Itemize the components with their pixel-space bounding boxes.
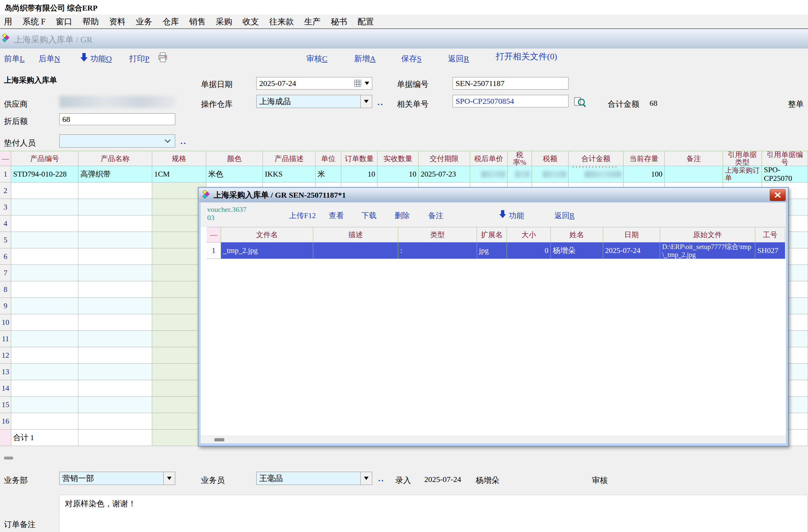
save-button[interactable]: 保存S bbox=[401, 53, 421, 64]
row-number-cell[interactable]: 14 bbox=[0, 380, 11, 397]
grid-header-product-no[interactable]: 产品编号 bbox=[11, 151, 78, 166]
grid-cell[interactable] bbox=[11, 380, 78, 397]
cell-desc[interactable]: IKKS bbox=[263, 166, 315, 183]
row-number-cell[interactable]: 1 bbox=[0, 166, 11, 183]
grid-header-delivery-date[interactable]: 交付期限 bbox=[419, 151, 470, 166]
grid-header-spec[interactable]: 规格 bbox=[152, 151, 206, 166]
dialog-titlebar[interactable]: 上海采购入库单 / GR SEN-25071187*1 bbox=[199, 188, 788, 202]
grid-header-tax-amount[interactable]: 税额 bbox=[532, 151, 569, 166]
grid-cell[interactable] bbox=[11, 265, 78, 281]
grid-cell[interactable] bbox=[11, 347, 78, 364]
grid-cell[interactable] bbox=[78, 413, 152, 429]
doc-date-field[interactable]: 2025-07-24 bbox=[256, 77, 372, 90]
grid-cell[interactable] bbox=[11, 183, 78, 199]
menu-item-secretary[interactable]: 秘书 bbox=[331, 16, 347, 27]
prev-doc-button[interactable]: 前单L bbox=[4, 53, 25, 64]
attach-header-origin[interactable]: 原始文件 bbox=[660, 227, 755, 242]
menu-item-purchase[interactable]: 采购 bbox=[216, 16, 232, 27]
row-number-cell[interactable]: 13 bbox=[0, 364, 11, 380]
grid-cell[interactable] bbox=[11, 413, 78, 429]
dialog-back-button[interactable]: 返回R bbox=[554, 210, 574, 221]
upload-button[interactable]: 上传F12 bbox=[289, 210, 316, 221]
menu-item-sales[interactable]: 销售 bbox=[189, 16, 205, 27]
attach-header-emp-no[interactable]: 工号 bbox=[755, 227, 785, 242]
print-button[interactable]: 打印P bbox=[129, 53, 149, 64]
grid-header-ref-no[interactable]: 引用单据编号 bbox=[762, 151, 808, 166]
grid-cell[interactable] bbox=[78, 183, 152, 199]
view-button[interactable]: 查看 bbox=[329, 210, 344, 221]
menu-item-help[interactable]: 帮助 bbox=[82, 16, 99, 27]
grid-cell[interactable] bbox=[78, 298, 152, 314]
dept-dropdown-button[interactable] bbox=[163, 472, 175, 484]
cell-tax-amount-redacted[interactable] bbox=[532, 166, 569, 183]
grid-cell[interactable] bbox=[78, 364, 152, 380]
row-number-cell[interactable]: 2 bbox=[0, 183, 11, 199]
row-number-cell[interactable]: 11 bbox=[0, 331, 11, 347]
row-number-cell[interactable]: 8 bbox=[0, 281, 11, 298]
grid-header-amount[interactable]: 合计金额 bbox=[569, 151, 624, 166]
grid-header-desc[interactable]: 产品描述 bbox=[263, 151, 315, 166]
dialog-horizontal-scrollbar[interactable] bbox=[201, 436, 786, 443]
menu-item-system[interactable]: 系统 F bbox=[22, 16, 45, 27]
cell-product-no[interactable]: STD794-010-228 bbox=[11, 166, 78, 183]
grid-cell[interactable] bbox=[11, 199, 78, 216]
calendar-icon[interactable] bbox=[354, 80, 361, 87]
attach-header-file-name[interactable]: 文件名 bbox=[221, 227, 313, 242]
cell-color[interactable]: 米色 bbox=[206, 166, 263, 183]
salesman-combobox[interactable]: 王毫品 bbox=[256, 472, 372, 485]
date-dropdown-arrow-icon[interactable] bbox=[365, 82, 369, 85]
cell-stock[interactable]: 100 bbox=[624, 166, 665, 183]
grid-cell[interactable] bbox=[78, 281, 152, 298]
scrollbar-thumb[interactable] bbox=[215, 438, 224, 441]
grid-cell[interactable] bbox=[11, 232, 78, 249]
open-related-files-button[interactable]: 打开相关文件(0) bbox=[496, 51, 557, 62]
attach-date[interactable]: 2025-07-24 bbox=[603, 242, 660, 259]
attach-header-size[interactable]: 大小 bbox=[507, 227, 551, 242]
cell-spec[interactable]: 1CM bbox=[152, 166, 206, 183]
grid-cell[interactable] bbox=[11, 331, 78, 347]
grid-cell[interactable] bbox=[78, 347, 152, 364]
grid-cell[interactable] bbox=[78, 216, 152, 232]
grid-cell[interactable] bbox=[78, 265, 152, 281]
attach-desc[interactable] bbox=[313, 242, 398, 259]
attach-type[interactable]: : bbox=[398, 242, 477, 259]
cell-received-qty[interactable]: 10 bbox=[378, 166, 419, 183]
cell-ref-no[interactable]: SPO-CP25070 bbox=[762, 166, 808, 183]
grid-header-stock[interactable]: 当前存量 bbox=[624, 151, 665, 166]
grid-cell[interactable] bbox=[11, 364, 78, 380]
attach-name[interactable]: 杨增朵 bbox=[551, 242, 603, 259]
grid-cell[interactable] bbox=[11, 281, 78, 298]
menu-item-common[interactable]: 用 bbox=[4, 16, 12, 27]
row-number-cell[interactable]: 6 bbox=[0, 249, 11, 265]
advance-person-lookup-button[interactable]: .. bbox=[181, 136, 187, 146]
grid-cell[interactable] bbox=[78, 397, 152, 413]
delete-button[interactable]: 删除 bbox=[394, 210, 410, 221]
attach-row-number[interactable]: 1 bbox=[206, 242, 221, 259]
splitter-handle[interactable] bbox=[4, 457, 13, 460]
order-remark-textarea[interactable]: 对原样染色，谢谢！ bbox=[59, 495, 808, 532]
menu-item-production[interactable]: 生产 bbox=[304, 16, 320, 27]
menu-item-config[interactable]: 配置 bbox=[357, 16, 374, 27]
back-button[interactable]: 返回R bbox=[448, 53, 469, 64]
grid-cell[interactable] bbox=[78, 380, 152, 397]
warehouse-lookup-button[interactable]: .. bbox=[378, 97, 384, 107]
row-number-cell[interactable]: 12 bbox=[0, 347, 11, 364]
grid-cell[interactable] bbox=[11, 249, 78, 265]
cell-remark[interactable] bbox=[665, 166, 723, 183]
discount-input[interactable] bbox=[59, 113, 175, 125]
cell-price-redacted[interactable] bbox=[470, 166, 508, 183]
next-doc-button[interactable]: 后单N bbox=[39, 53, 60, 64]
attach-header-ext[interactable]: 扩展名 bbox=[477, 227, 507, 242]
grid-cell[interactable] bbox=[11, 298, 78, 314]
cell-unit[interactable]: 米 bbox=[315, 166, 341, 183]
grid-cell[interactable] bbox=[78, 199, 152, 216]
remark-button[interactable]: 备注 bbox=[428, 210, 443, 221]
advance-person-combobox[interactable] bbox=[59, 134, 175, 148]
menu-item-window[interactable]: 窗口 bbox=[56, 16, 72, 27]
row-number-cell[interactable]: 7 bbox=[0, 265, 11, 281]
printer-icon[interactable] bbox=[158, 52, 168, 62]
salesman-dropdown-button[interactable] bbox=[360, 472, 372, 484]
menu-item-warehouse[interactable]: 仓库 bbox=[162, 16, 179, 27]
grid-row-1[interactable]: 1 STD794-010-228 高弹织带 1CM 米色 IKKS 米 10 1… bbox=[0, 166, 808, 183]
supplier-value-redacted[interactable] bbox=[59, 96, 175, 108]
